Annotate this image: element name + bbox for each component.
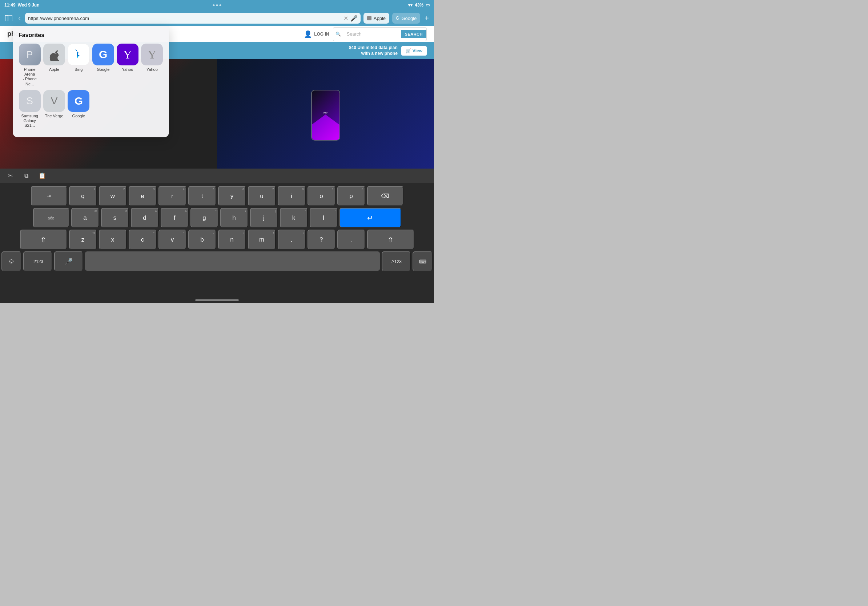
- shift-right-key[interactable]: ⇧: [367, 230, 414, 249]
- key-e[interactable]: e3: [129, 186, 157, 206]
- add-tab-button[interactable]: +: [423, 13, 430, 24]
- search-input-display[interactable]: Search: [343, 28, 401, 41]
- fav-icon-bing: [68, 43, 90, 65]
- keyboard-toolbar: ✂ ⧉ 📋: [0, 169, 434, 183]
- key-d[interactable]: d£: [131, 208, 159, 227]
- favorites-grid: P Phone Arena- Phone Ne... Apple: [19, 43, 163, 128]
- tab-google[interactable]: G Google: [392, 13, 420, 24]
- back-button[interactable]: ‹: [17, 12, 22, 24]
- login-button[interactable]: LOG IN: [314, 32, 329, 37]
- key-i[interactable]: i8: [278, 186, 306, 206]
- key-b[interactable]: b/: [188, 230, 216, 249]
- key-s[interactable]: s#: [101, 208, 129, 227]
- shift-left-key[interactable]: ⇧: [20, 230, 67, 249]
- battery-display: 43%: [415, 3, 423, 8]
- key-period[interactable]: ..: [337, 230, 365, 249]
- backspace-key[interactable]: ⌫: [367, 186, 403, 206]
- svg-rect-0: [5, 15, 8, 21]
- fav-item-phonearena[interactable]: P Phone Arena- Phone Ne...: [19, 43, 41, 87]
- key-x[interactable]: x-: [99, 230, 127, 249]
- clear-icon[interactable]: ✕: [344, 15, 348, 22]
- key-h[interactable]: h(: [220, 208, 248, 227]
- fav-item-apple[interactable]: Apple: [43, 43, 65, 87]
- fav-item-google2[interactable]: G Google: [68, 90, 90, 128]
- key-y[interactable]: y6: [218, 186, 246, 206]
- key-r[interactable]: r4: [158, 186, 186, 206]
- google-tab-label: Google: [401, 15, 417, 21]
- key-comma[interactable]: ,;: [278, 230, 306, 249]
- address-icons: ✕ 🎤: [344, 15, 358, 22]
- view-button-label: View: [412, 48, 422, 53]
- key-a[interactable]: a@: [71, 208, 99, 227]
- fav-item-theverge[interactable]: V The Verge: [43, 90, 65, 128]
- browser-toolbar: ‹ https://www.phonearena.com ✕ 🎤 Apple G…: [0, 10, 434, 26]
- fav-item-samsung[interactable]: S SamsungGalaxy S21...: [19, 90, 41, 128]
- key-f[interactable]: f&: [161, 208, 189, 227]
- keyboard-switch-key[interactable]: ⌨: [412, 251, 432, 271]
- fav-icon-google2: G: [68, 90, 90, 112]
- mic-icon[interactable]: 🎤: [350, 15, 358, 22]
- emoji-key[interactable]: ☺: [2, 251, 22, 271]
- key-c[interactable]: c+: [129, 230, 157, 249]
- key-z[interactable]: z%: [69, 230, 97, 249]
- fav-letter-p: P: [26, 49, 33, 60]
- key-w[interactable]: w2: [99, 186, 127, 206]
- website-phone-section: 28° ☀: [217, 59, 434, 169]
- fav-icon-yahoo: Y: [117, 43, 138, 65]
- user-icon: 👤: [304, 30, 312, 38]
- google-tab-favicon: G: [396, 15, 399, 21]
- view-button[interactable]: 🛒 View: [401, 46, 427, 56]
- key-q[interactable]: q1: [69, 186, 97, 206]
- mic-key[interactable]: 🎤: [54, 251, 83, 271]
- fav-label-apple: Apple: [49, 67, 59, 72]
- fav-item-google[interactable]: G Google: [92, 43, 114, 87]
- keyboard-area: ✂ ⧉ 📋 ⇥ q1 w2 e3 r4 t5 y6 u7 i8 o9 p0 ⌫ …: [0, 169, 434, 303]
- fav-item-yahoo[interactable]: Y Yahoo: [116, 43, 138, 87]
- fav-label-google2: Google: [72, 114, 85, 118]
- fav-item-yahoo2[interactable]: Y Yahoo: [141, 43, 163, 87]
- key-j[interactable]: j): [250, 208, 278, 227]
- numbers-left-key[interactable]: .?123: [23, 251, 52, 271]
- fav-item-bing[interactable]: Bing: [68, 43, 90, 87]
- space-key[interactable]: [85, 251, 380, 271]
- numbers-right-key[interactable]: .?123: [382, 251, 411, 271]
- scissors-button[interactable]: ✂: [5, 171, 15, 181]
- keyboard-rows: ⇥ q1 w2 e3 r4 t5 y6 u7 i8 o9 p0 ⌫ абв a@…: [0, 183, 434, 272]
- key-l[interactable]: l": [310, 208, 338, 227]
- sidebar-toggle-button[interactable]: [4, 14, 14, 23]
- date-display: Wed 9 Jun: [18, 3, 40, 8]
- address-text: https://www.phonearena.com: [28, 15, 341, 21]
- paste-button[interactable]: 📋: [37, 171, 47, 181]
- key-question[interactable]: ?!: [307, 230, 335, 249]
- status-center-dots: [213, 5, 222, 6]
- fav-icon-apple: [43, 43, 65, 65]
- key-k[interactable]: k': [280, 208, 308, 227]
- status-bar: 11:49 Wed 9 Jun ▾▾ 43% ▭: [0, 0, 434, 10]
- copy-button[interactable]: ⧉: [21, 171, 31, 181]
- key-p[interactable]: p0: [337, 186, 365, 206]
- cart-icon: 🛒: [406, 48, 411, 53]
- caps-key[interactable]: абв: [33, 208, 70, 227]
- fav-icon-samsung: S: [19, 90, 41, 112]
- fav-label-theverge: The Verge: [45, 114, 64, 118]
- key-o[interactable]: o9: [307, 186, 335, 206]
- fav-label-google: Google: [97, 67, 109, 72]
- dot3: [220, 5, 222, 6]
- tab-apple[interactable]: Apple: [363, 13, 389, 24]
- main-content-area: pho 👤 LOG IN 🔍 Search SEARCH $40 Unlimit…: [0, 26, 434, 169]
- fav-letter-g: G: [99, 48, 107, 61]
- key-u[interactable]: u7: [248, 186, 276, 206]
- key-v[interactable]: v=: [158, 230, 186, 249]
- key-t[interactable]: t5: [188, 186, 216, 206]
- key-m[interactable]: m!: [248, 230, 276, 249]
- key-n[interactable]: n;: [218, 230, 246, 249]
- website-search-bar: 🔍 Search SEARCH: [333, 27, 427, 41]
- tab-key[interactable]: ⇥: [31, 186, 67, 206]
- key-g[interactable]: g*: [191, 208, 219, 227]
- return-key[interactable]: ↵: [339, 208, 401, 227]
- home-indicator: [195, 299, 239, 301]
- search-button[interactable]: SEARCH: [401, 30, 426, 38]
- address-bar[interactable]: https://www.phonearena.com ✕ 🎤: [25, 13, 360, 24]
- kbd-row-bottom: ☺ .?123 🎤 .?123 ⌨: [2, 251, 432, 271]
- apple-tab-label: Apple: [374, 15, 386, 21]
